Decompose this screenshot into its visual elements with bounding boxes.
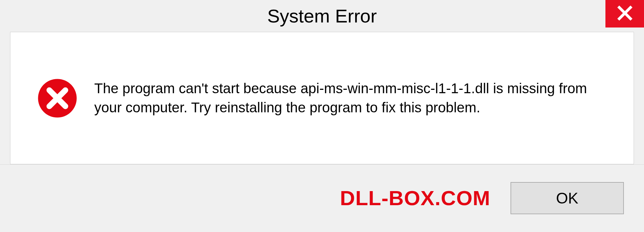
error-message: The program can't start because api-ms-w…: [94, 79, 597, 117]
dialog-content: The program can't start because api-ms-w…: [10, 32, 634, 164]
error-icon: [37, 78, 77, 118]
ok-button[interactable]: OK: [511, 182, 624, 214]
dialog-footer: DLL-BOX.COM OK: [0, 164, 644, 231]
close-button[interactable]: [605, 0, 644, 27]
close-icon: [616, 5, 633, 23]
watermark-text: DLL-BOX.COM: [340, 186, 490, 210]
dialog-title: System Error: [267, 5, 377, 27]
ok-button-label: OK: [556, 189, 578, 207]
title-bar: System Error: [0, 0, 644, 32]
